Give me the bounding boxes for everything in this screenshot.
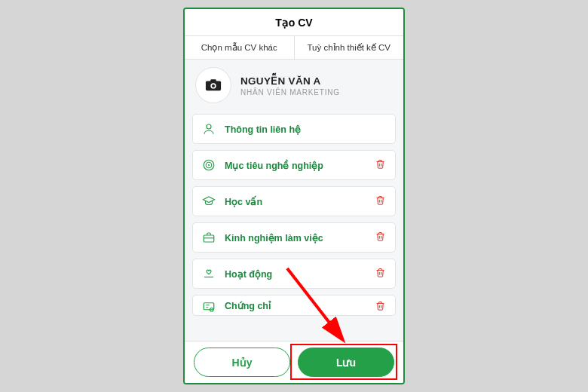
- delete-section-button[interactable]: [372, 300, 387, 314]
- footer-bar: Hủy Lưu: [185, 341, 403, 383]
- graduation-icon: [201, 194, 217, 208]
- delete-section-button[interactable]: [372, 231, 387, 245]
- svg-rect-1: [210, 79, 216, 82]
- tab-row: Chọn mẫu CV khác Tuỳ chỉnh thiết kế CV: [185, 36, 403, 60]
- section-row[interactable]: Mục tiêu nghề nghiệp: [192, 150, 396, 180]
- svg-rect-8: [204, 235, 214, 242]
- app-frame: Tạo CV Chọn mẫu CV khác Tuỳ chỉnh thiết …: [183, 8, 405, 384]
- section-row[interactable]: Chứng chỉ: [192, 295, 396, 316]
- svg-point-3: [212, 84, 215, 87]
- heart-hand-icon: [201, 267, 217, 280]
- svg-point-4: [207, 124, 211, 129]
- section-label: Kinh nghiệm làm việc: [225, 232, 372, 243]
- trash-icon: [375, 158, 386, 173]
- briefcase-icon: [201, 231, 217, 244]
- delete-section-button[interactable]: [372, 158, 387, 173]
- section-label: Mục tiêu nghề nghiệp: [225, 160, 372, 171]
- section-label: Hoạt động: [225, 268, 372, 280]
- section-label: Học vấn: [225, 196, 372, 207]
- avatar[interactable]: [195, 67, 231, 103]
- profile-name: NGUYỄN VĂN A: [240, 75, 340, 87]
- section-label: Chứng chỉ: [225, 300, 372, 311]
- trash-icon: [375, 267, 386, 281]
- section-row[interactable]: Kinh nghiệm làm việc: [192, 222, 396, 253]
- cancel-button[interactable]: Hủy: [194, 348, 290, 377]
- delete-section-button[interactable]: [372, 267, 387, 281]
- section-row[interactable]: Thông tin liên hệ: [192, 114, 396, 144]
- certificate-icon: [201, 300, 217, 314]
- person-icon: [201, 122, 217, 136]
- tab-choose-template[interactable]: Chọn mẫu CV khác: [185, 36, 295, 59]
- profile-header: NGUYỄN VĂN A NHÂN VIÊN MARKETING: [185, 60, 403, 111]
- delete-section-button[interactable]: [372, 194, 387, 209]
- page-title: Tạo CV: [185, 9, 403, 36]
- trash-icon: [375, 300, 386, 314]
- section-row[interactable]: Học vấn: [192, 186, 396, 216]
- save-button[interactable]: Lưu: [298, 348, 394, 377]
- camera-icon: [205, 78, 222, 92]
- target-icon: [201, 158, 217, 172]
- trash-icon: [375, 194, 386, 209]
- trash-icon: [375, 231, 386, 245]
- section-row[interactable]: Hoạt động: [192, 259, 396, 289]
- svg-point-7: [208, 164, 210, 166]
- tab-customize[interactable]: Tuỳ chỉnh thiết kế CV: [295, 36, 404, 59]
- profile-role: NHÂN VIÊN MARKETING: [240, 88, 340, 96]
- section-label: Thông tin liên hệ: [225, 124, 387, 135]
